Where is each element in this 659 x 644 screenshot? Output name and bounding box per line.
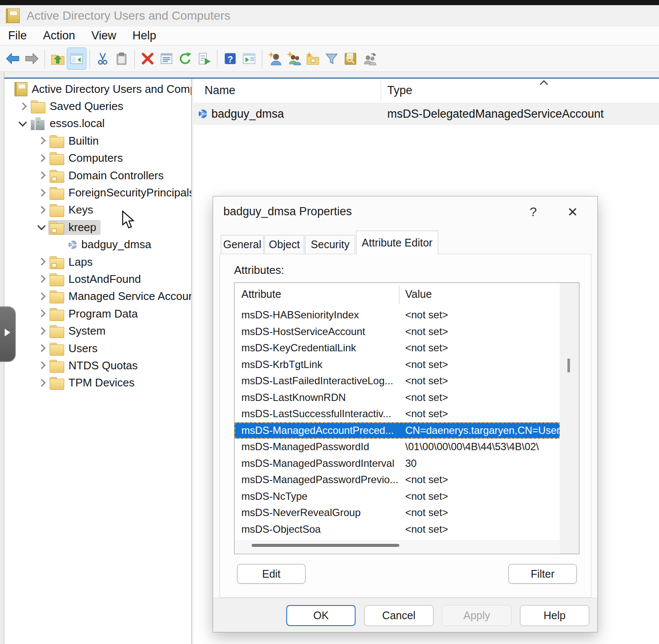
tree-item-domain-controllers[interactable]: Domain Controllers (4, 167, 191, 184)
attribute-row-msds-lastsuccessfulinteractiv[interactable]: msDS-LastSuccessfulInteractiv...<not set… (235, 406, 560, 422)
chevron-right-icon[interactable] (35, 134, 48, 147)
help-question-icon: ? (223, 51, 237, 66)
tree-item-keys[interactable]: Keys (4, 202, 191, 219)
tree-item-ntds-quotas[interactable]: NTDS Quotas (4, 357, 191, 374)
attribute-row-msds-managedaccountpreced[interactable]: msDS-ManagedAccountPreced...CN=daenerys.… (235, 422, 560, 439)
tree-item-lostandfound[interactable]: LostAndFound (4, 270, 191, 288)
tab-general[interactable]: General (221, 235, 264, 254)
attribute-row-msds-objectsoa[interactable]: msDS-ObjectSoa<not set> (235, 521, 560, 538)
properties-button[interactable] (157, 48, 176, 69)
help-button[interactable]: ? (221, 48, 240, 69)
forward-button[interactable] (22, 48, 41, 69)
edit-button[interactable]: Edit (237, 564, 306, 584)
grid-vertical-scrollbar[interactable] (560, 283, 579, 554)
attribute-row-msds-krbtgtlink[interactable]: msDS-KrbTgtLink<not set> (235, 356, 560, 373)
tree-item-laps[interactable]: Laps (4, 253, 191, 270)
tree-item-tpm-devices[interactable]: TPM Devices (4, 374, 191, 392)
attribute-row-msds-habseniorityindex[interactable]: msDS-HABSeniorityIndex<not set> (235, 307, 560, 323)
chevron-down-icon[interactable] (35, 221, 48, 234)
attribute-row-msds-lastknownrdn[interactable]: msDS-LastKnownRDN<not set> (235, 389, 560, 406)
chevron-right-icon[interactable] (35, 342, 48, 355)
new-group-icon (287, 51, 301, 66)
chevron-right-icon[interactable] (35, 290, 48, 303)
tree-item-essos-local[interactable]: essos.local (4, 115, 191, 132)
grid-horizontal-scrollbar-thumb[interactable] (252, 544, 399, 547)
chevron-right-icon[interactable] (35, 152, 48, 165)
back-button[interactable] (3, 48, 22, 69)
new-ou-button[interactable] (303, 48, 322, 69)
tree-item-program-data[interactable]: Program Data (4, 305, 191, 322)
grid-column-divider[interactable] (399, 285, 400, 304)
tree-item-kreep[interactable]: kreep (4, 219, 191, 236)
menu-action[interactable]: Action (35, 29, 83, 42)
chevron-right-icon[interactable] (35, 325, 48, 338)
up-one-level-button[interactable] (48, 48, 67, 69)
chevron-right-icon[interactable] (35, 187, 48, 199)
attribute-value: <not set> (405, 507, 448, 519)
tree-item-badguy-dmsa[interactable]: badguy_dmsa (4, 236, 191, 253)
tab-attribute-editor[interactable]: Attribute Editor (356, 231, 438, 255)
column-header-type[interactable]: Type (387, 84, 413, 97)
apply-button[interactable]: Apply (442, 605, 511, 626)
filter-button[interactable]: Filter (508, 564, 577, 584)
tree-item-saved-queries[interactable]: Saved Queries (4, 98, 191, 115)
find-button[interactable] (341, 48, 360, 69)
menu-file[interactable]: File (0, 29, 35, 42)
grid-column-value[interactable]: Value (405, 288, 432, 300)
chevron-right-icon[interactable] (35, 359, 48, 372)
special-permissions-button[interactable] (360, 48, 379, 69)
help-topics-button[interactable] (240, 48, 258, 69)
chevron-right-icon[interactable] (35, 204, 48, 217)
sort-ascending-icon[interactable] (540, 80, 548, 89)
chevron-down-icon[interactable] (16, 117, 29, 130)
attribute-row-msds-keycredentiallink[interactable]: msDS-KeyCredentialLink<not set> (235, 340, 560, 356)
cancel-button[interactable]: Cancel (364, 605, 433, 626)
tree-node: Computers (48, 151, 127, 166)
ok-button[interactable]: OK (286, 605, 356, 626)
help-button[interactable]: Help (520, 605, 589, 626)
attribute-row-msds-nctype[interactable]: msDS-NcType<not set> (235, 488, 560, 505)
chevron-right-icon[interactable] (35, 169, 48, 182)
list-item-badguy-dmsa[interactable]: badguy_dmsa msDS-DelegatedManagedService… (193, 103, 659, 125)
tree-item-foreignsecurityprincipals[interactable]: ForeignSecurityPrincipals (4, 184, 191, 201)
tree-item-system[interactable]: System (4, 322, 191, 339)
grid-column-attribute[interactable]: Attribute (241, 288, 281, 300)
dialog-close-button[interactable]: ✕ (562, 202, 583, 221)
attribute-row-msds-lastfailedinteractivelog[interactable]: msDS-LastFailedInteractiveLog...<not set… (235, 373, 560, 389)
attribute-row-msds-neverrevealgroup[interactable]: msDS-NeverRevealGroup<not set> (235, 505, 560, 521)
column-header-name[interactable]: Name (205, 84, 235, 97)
new-user-button[interactable] (266, 48, 285, 69)
attribute-row-msds-managedpasswordid[interactable]: msDS-ManagedPasswordId\01\00\00\00\4B\44… (235, 439, 560, 455)
chevron-right-icon[interactable] (35, 273, 48, 285)
chevron-right-icon[interactable] (35, 307, 48, 320)
show-console-tree-toggle[interactable] (67, 48, 86, 69)
column-divider[interactable] (380, 80, 381, 102)
tree-item-users[interactable]: Users (4, 340, 191, 357)
tree-item-computers[interactable]: Computers (4, 150, 191, 167)
chevron-right-icon[interactable] (35, 255, 48, 268)
export-list-button[interactable] (195, 48, 214, 69)
attribute-row-msds-managedpasswordinterval[interactable]: msDS-ManagedPasswordInterval30 (235, 455, 560, 472)
refresh-button[interactable] (176, 48, 195, 69)
attribute-row-msds-managedpasswordprevio[interactable]: msDS-ManagedPasswordPrevio...<not set> (235, 472, 560, 488)
tree-item-active-directory-users-and-computers[interactable]: Active Directory Users and Computers (4, 80, 191, 98)
filter-options-button[interactable] (322, 48, 341, 69)
chevron-right-icon[interactable] (35, 377, 48, 389)
paste-button[interactable] (112, 48, 131, 69)
filter-funnel-icon (324, 51, 339, 66)
menu-help[interactable]: Help (125, 29, 165, 42)
cut-button[interactable] (93, 48, 112, 69)
delete-button[interactable] (138, 48, 157, 69)
attribute-row-msds-hostserviceaccount[interactable]: msDS-HostServiceAccount<not set> (235, 323, 560, 340)
grid-vertical-scrollbar-thumb[interactable] (567, 359, 570, 372)
tree-item-builtin[interactable]: Builtin (4, 132, 191, 149)
menu-view[interactable]: View (83, 29, 125, 42)
tab-security[interactable]: Security (305, 235, 355, 254)
tree-item-managed-service-accounts[interactable]: Managed Service Accounts (4, 288, 191, 305)
pane-flyout-handle[interactable] (0, 306, 16, 362)
tab-object[interactable]: Object (264, 235, 304, 254)
chevron-right-icon[interactable] (16, 100, 29, 113)
grid-horizontal-scrollbar[interactable] (235, 540, 560, 553)
dialog-help-button[interactable]: ? (523, 202, 543, 221)
new-group-button[interactable] (285, 48, 303, 69)
